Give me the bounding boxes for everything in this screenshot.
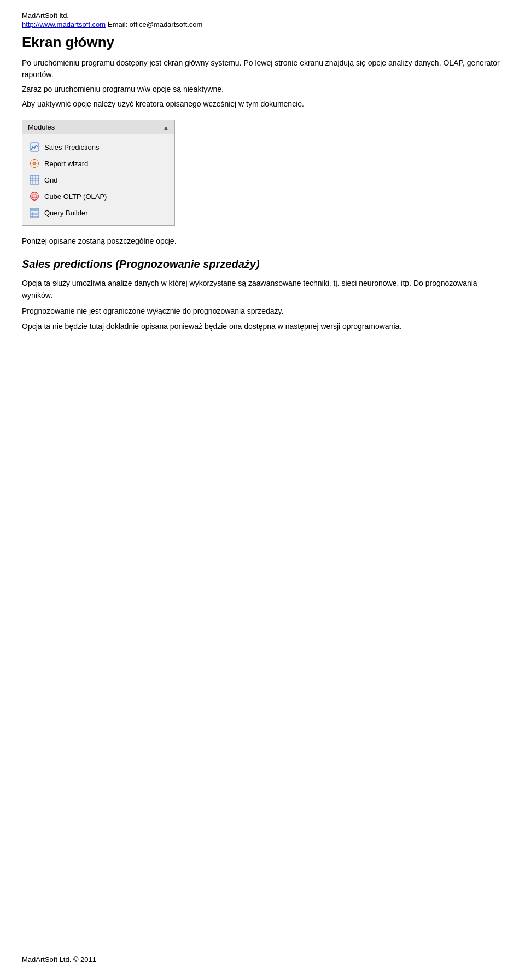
query-builder-icon	[29, 207, 40, 218]
module-label-sales-predictions: Sales Predictions	[44, 143, 99, 151]
sales-predictions-icon	[29, 142, 40, 152]
company-name: MadArtSoft ltd.	[22, 11, 69, 20]
svg-point-3	[36, 145, 37, 146]
module-item-grid[interactable]: Grid	[22, 172, 174, 188]
module-label-query-builder: Query Builder	[44, 209, 88, 217]
svg-rect-7	[30, 175, 39, 184]
intro-paragraph-3: Aby uaktywnić opcje należy użyć kreatora…	[22, 98, 503, 110]
section-text-1: Opcja ta służy umożliwia analizę danych …	[22, 277, 503, 302]
intro-paragraph-1: Po uruchomieniu programu dostępny jest e…	[22, 57, 503, 80]
cube-olap-icon	[29, 191, 40, 202]
svg-point-1	[32, 146, 33, 148]
svg-rect-0	[30, 143, 39, 151]
module-item-cube-olap[interactable]: Cube OLTP (OLAP)	[22, 188, 174, 204]
email-text: Email: office@madartsoft.com	[108, 20, 202, 28]
svg-point-2	[34, 148, 35, 149]
intro-paragraph-2: Zaraz po uruchomieniu programu w/w opcje…	[22, 84, 503, 95]
module-label-cube-olap: Cube OLTP (OLAP)	[44, 192, 107, 201]
page-title: Ekran główny	[22, 34, 503, 51]
module-item-report-wizard[interactable]: Report wizard	[22, 155, 174, 172]
svg-point-4	[37, 146, 38, 147]
section-text-3: Opcja ta nie będzie tutaj dokładnie opis…	[22, 320, 503, 332]
svg-point-12	[31, 192, 39, 201]
header-company-line: MadArtSoft ltd.	[22, 11, 503, 20]
module-label-report-wizard: Report wizard	[44, 160, 88, 168]
section-title: Sales predictions (Prognozowanie sprzeda…	[22, 258, 503, 271]
website-link[interactable]: http://www.madartsoft.com	[22, 20, 106, 28]
modules-panel-title: Modules	[28, 123, 55, 131]
grid-icon	[29, 174, 40, 185]
svg-rect-16	[31, 209, 38, 211]
module-label-grid: Grid	[44, 176, 58, 184]
footer: MadArtSoft Ltd. © 2011	[22, 955, 96, 964]
collapse-icon[interactable]: ▲	[163, 124, 169, 131]
report-wizard-icon	[29, 158, 40, 169]
section-text-2: Prognozowanie nie jest ograniczone wyłąc…	[22, 305, 503, 317]
below-panel-text: Poniżej opisane zostaną poszczególne opc…	[22, 236, 503, 247]
modules-panel-header: Modules ▲	[22, 120, 174, 134]
modules-list: Sales Predictions Report wizard	[22, 134, 174, 225]
svg-point-6	[33, 162, 36, 165]
module-item-sales-predictions[interactable]: Sales Predictions	[22, 139, 174, 155]
modules-panel: Modules ▲ Sales Predictions	[22, 120, 175, 226]
header-contact-line: http://www.madartsoft.com Email: office@…	[22, 20, 503, 28]
footer-text: MadArtSoft Ltd. © 2011	[22, 955, 96, 964]
module-item-query-builder[interactable]: Query Builder	[22, 204, 174, 221]
